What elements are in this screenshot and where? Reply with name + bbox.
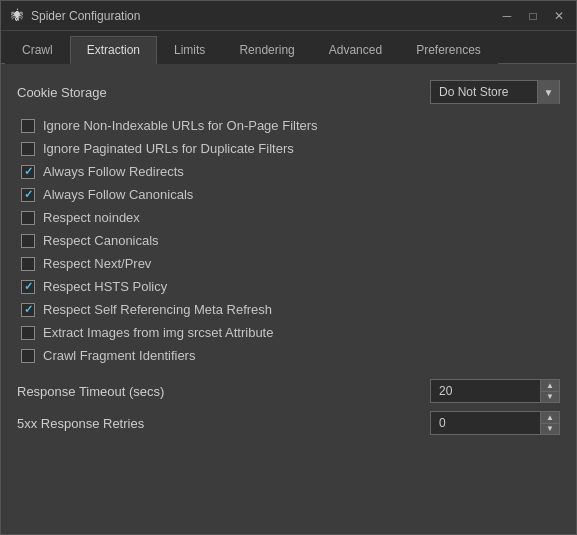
checkbox-row-respect-hsts[interactable]: Respect HSTS Policy — [17, 279, 560, 294]
checkbox-respect-noindex[interactable] — [21, 211, 35, 225]
checkbox-row-ignore-nonindexable[interactable]: Ignore Non-Indexable URLs for On-Page Fi… — [17, 118, 560, 133]
spinner-label-5xx-retries: 5xx Response Retries — [17, 416, 144, 431]
window-controls: ─ □ ✕ — [498, 7, 568, 25]
tab-content: Cookie Storage Do Not Store ▼ Ignore Non… — [1, 64, 576, 534]
checkbox-row-respect-noindex[interactable]: Respect noindex — [17, 210, 560, 225]
checkbox-row-ignore-paginated[interactable]: Ignore Paginated URLs for Duplicate Filt… — [17, 141, 560, 156]
spinner-5xx-retries[interactable]: 0▲▼ — [430, 411, 560, 435]
cookie-storage-value: Do Not Store — [431, 85, 537, 99]
maximize-button[interactable]: □ — [524, 7, 542, 25]
checkbox-label-always-follow-redirects: Always Follow Redirects — [43, 164, 184, 179]
checkbox-row-respect-next-prev[interactable]: Respect Next/Prev — [17, 256, 560, 271]
checkbox-respect-next-prev[interactable] — [21, 257, 35, 271]
cookie-storage-dropdown[interactable]: Do Not Store ▼ — [430, 80, 560, 104]
checkbox-respect-canonicals[interactable] — [21, 234, 35, 248]
spinner-buttons-5xx-retries: ▲▼ — [540, 412, 559, 434]
spinner-label-response-timeout: Response Timeout (secs) — [17, 384, 164, 399]
spinner-buttons-response-timeout: ▲▼ — [540, 380, 559, 402]
checkboxes-section: Ignore Non-Indexable URLs for On-Page Fi… — [17, 118, 560, 363]
cookie-storage-row: Cookie Storage Do Not Store ▼ — [17, 80, 560, 104]
app-icon: 🕷 — [9, 8, 25, 24]
checkbox-label-crawl-fragment: Crawl Fragment Identifiers — [43, 348, 195, 363]
checkbox-row-always-follow-canonicals[interactable]: Always Follow Canonicals — [17, 187, 560, 202]
checkbox-label-ignore-paginated: Ignore Paginated URLs for Duplicate Filt… — [43, 141, 294, 156]
checkbox-label-respect-hsts: Respect HSTS Policy — [43, 279, 167, 294]
cookie-storage-label: Cookie Storage — [17, 85, 107, 100]
spinner-value-5xx-retries: 0 — [431, 412, 540, 434]
checkbox-row-extract-images[interactable]: Extract Images from img srcset Attribute — [17, 325, 560, 340]
checkbox-label-always-follow-canonicals: Always Follow Canonicals — [43, 187, 193, 202]
spinner-down-response-timeout[interactable]: ▼ — [541, 392, 559, 403]
close-button[interactable]: ✕ — [550, 7, 568, 25]
checkbox-label-ignore-nonindexable: Ignore Non-Indexable URLs for On-Page Fi… — [43, 118, 318, 133]
window-title: Spider Configuration — [31, 9, 498, 23]
tab-crawl[interactable]: Crawl — [5, 36, 70, 64]
spinner-up-5xx-retries[interactable]: ▲ — [541, 412, 559, 424]
checkbox-label-respect-canonicals: Respect Canonicals — [43, 233, 159, 248]
tabs-bar: Crawl Extraction Limits Rendering Advanc… — [1, 31, 576, 64]
main-window: 🕷 Spider Configuration ─ □ ✕ Crawl Extra… — [0, 0, 577, 535]
tab-rendering[interactable]: Rendering — [222, 36, 311, 64]
checkbox-always-follow-redirects[interactable] — [21, 165, 35, 179]
tab-advanced[interactable]: Advanced — [312, 36, 399, 64]
tab-extraction[interactable]: Extraction — [70, 36, 157, 64]
checkbox-respect-hsts[interactable] — [21, 280, 35, 294]
checkbox-respect-self-ref[interactable] — [21, 303, 35, 317]
tab-limits[interactable]: Limits — [157, 36, 222, 64]
checkbox-extract-images[interactable] — [21, 326, 35, 340]
checkbox-row-always-follow-redirects[interactable]: Always Follow Redirects — [17, 164, 560, 179]
checkbox-crawl-fragment[interactable] — [21, 349, 35, 363]
checkbox-always-follow-canonicals[interactable] — [21, 188, 35, 202]
title-bar: 🕷 Spider Configuration ─ □ ✕ — [1, 1, 576, 31]
spinner-row-response-timeout: Response Timeout (secs)20▲▼ — [17, 379, 560, 403]
spinners-section: Response Timeout (secs)20▲▼5xx Response … — [17, 379, 560, 435]
spinner-down-5xx-retries[interactable]: ▼ — [541, 424, 559, 435]
spinner-response-timeout[interactable]: 20▲▼ — [430, 379, 560, 403]
checkbox-row-respect-canonicals[interactable]: Respect Canonicals — [17, 233, 560, 248]
checkbox-row-respect-self-ref[interactable]: Respect Self Referencing Meta Refresh — [17, 302, 560, 317]
checkbox-label-respect-next-prev: Respect Next/Prev — [43, 256, 151, 271]
spinner-row-5xx-retries: 5xx Response Retries0▲▼ — [17, 411, 560, 435]
spinner-value-response-timeout: 20 — [431, 380, 540, 402]
spinner-up-response-timeout[interactable]: ▲ — [541, 380, 559, 392]
checkbox-row-crawl-fragment[interactable]: Crawl Fragment Identifiers — [17, 348, 560, 363]
checkbox-ignore-nonindexable[interactable] — [21, 119, 35, 133]
checkbox-label-respect-noindex: Respect noindex — [43, 210, 140, 225]
minimize-button[interactable]: ─ — [498, 7, 516, 25]
checkbox-label-respect-self-ref: Respect Self Referencing Meta Refresh — [43, 302, 272, 317]
checkbox-ignore-paginated[interactable] — [21, 142, 35, 156]
checkbox-label-extract-images: Extract Images from img srcset Attribute — [43, 325, 273, 340]
dropdown-arrow-icon[interactable]: ▼ — [537, 80, 559, 104]
tab-preferences[interactable]: Preferences — [399, 36, 498, 64]
